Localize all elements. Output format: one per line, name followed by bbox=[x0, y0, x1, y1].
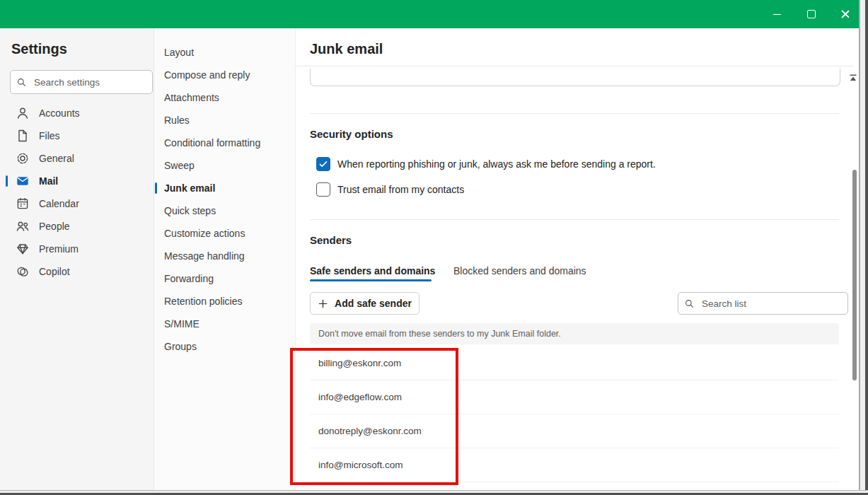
gear-icon bbox=[16, 151, 30, 165]
nav-item-compose-and-reply[interactable]: Compose and reply bbox=[154, 64, 296, 86]
checkbox-row-trust-contacts[interactable]: Trust email from my contacts bbox=[316, 182, 464, 197]
minimize-icon bbox=[773, 14, 781, 15]
sidebar-item-calendar[interactable]: Calendar bbox=[0, 192, 154, 215]
sidebar-item-label: Accounts bbox=[39, 107, 80, 119]
sidebar-item-label: Calendar bbox=[39, 198, 79, 209]
safe-sender-email: donotreply@eskonr.com bbox=[318, 426, 422, 436]
sidebar-item-copilot[interactable]: Copilot bbox=[0, 260, 154, 283]
scrollbar-thumb[interactable] bbox=[852, 170, 857, 380]
calendar-icon bbox=[16, 197, 30, 211]
scroll-to-top-button[interactable] bbox=[848, 74, 858, 83]
window-right-border bbox=[859, 0, 868, 495]
sidebar-item-people[interactable]: People bbox=[0, 215, 154, 238]
nav-item-junk-email[interactable]: Junk email bbox=[154, 177, 296, 199]
minimize-button[interactable] bbox=[765, 4, 789, 24]
add-safe-sender-button[interactable]: Add safe sender bbox=[310, 292, 419, 315]
selected-indicator bbox=[6, 175, 8, 187]
page-title: Junk email bbox=[310, 41, 383, 57]
scrolled-list-bottom bbox=[310, 69, 840, 86]
safe-sender-row[interactable]: info@microsoft.com bbox=[310, 448, 839, 482]
settings-search[interactable] bbox=[10, 70, 153, 94]
checkbox-unchecked-icon[interactable] bbox=[316, 182, 330, 197]
nav-item-groups[interactable]: Groups bbox=[154, 335, 296, 358]
nav-item-rules[interactable]: Rules bbox=[154, 109, 296, 132]
senders-heading: Senders bbox=[310, 234, 352, 246]
file-icon bbox=[16, 129, 30, 143]
checkbox-row-report-prompt[interactable]: When reporting phishing or junk, always … bbox=[316, 157, 656, 171]
titlebar bbox=[0, 0, 868, 28]
nav-item-layout[interactable]: Layout bbox=[154, 41, 296, 64]
sidebar-item-general[interactable]: General bbox=[0, 147, 154, 170]
add-safe-sender-label: Add safe sender bbox=[335, 298, 412, 309]
junk-email-panel: Junk email Security options When reporti… bbox=[295, 28, 859, 490]
mail-settings-nav: Layout Compose and reply Attachments Rul… bbox=[154, 28, 295, 490]
search-icon bbox=[16, 77, 27, 88]
outlook-settings-window: Settings Accounts Files General bbox=[0, 0, 868, 495]
active-tab-underline bbox=[310, 279, 432, 281]
people-icon bbox=[16, 219, 30, 233]
close-button[interactable] bbox=[833, 4, 857, 24]
safe-sender-email: billing@eskonr.com bbox=[318, 358, 401, 368]
settings-search-input[interactable] bbox=[33, 76, 146, 88]
copilot-icon bbox=[16, 264, 30, 279]
sidebar-item-files[interactable]: Files bbox=[0, 124, 154, 147]
search-list-box[interactable] bbox=[678, 292, 848, 315]
sidebar-item-label: General bbox=[39, 153, 74, 164]
safe-sender-row[interactable]: donotreply@eskonr.com bbox=[310, 414, 839, 448]
maximize-button[interactable] bbox=[799, 4, 823, 24]
sidebar-item-label: People bbox=[39, 221, 70, 232]
checkbox-label[interactable]: Trust email from my contacts bbox=[337, 182, 464, 197]
sidebar-item-accounts[interactable]: Accounts bbox=[0, 102, 154, 124]
sidebar-item-label: Premium bbox=[39, 243, 79, 255]
section-divider bbox=[310, 113, 839, 114]
checkbox-checked-icon[interactable] bbox=[316, 157, 330, 171]
nav-item-forwarding[interactable]: Forwarding bbox=[154, 267, 296, 290]
tab-safe-senders[interactable]: Safe senders and domains bbox=[310, 265, 435, 276]
nav-item-customize-actions[interactable]: Customize actions bbox=[154, 222, 296, 245]
sidebar-item-mail[interactable]: Mail bbox=[0, 170, 154, 192]
nav-item-attachments[interactable]: Attachments bbox=[154, 86, 296, 109]
window-bottom-border bbox=[0, 490, 868, 495]
checkbox-label[interactable]: When reporting phishing or junk, always … bbox=[337, 157, 656, 171]
security-options-heading: Security options bbox=[310, 128, 393, 140]
section-divider bbox=[310, 219, 839, 220]
tab-blocked-senders[interactable]: Blocked senders and domains bbox=[453, 265, 586, 276]
nav-item-smime[interactable]: S/MIME bbox=[154, 313, 296, 335]
diamond-icon bbox=[16, 242, 30, 256]
nav-item-quick-steps[interactable]: Quick steps bbox=[154, 199, 296, 222]
person-icon bbox=[16, 106, 30, 120]
sidebar-item-label: Files bbox=[39, 130, 60, 141]
safe-sender-row[interactable]: info@edgeflow.com bbox=[310, 380, 839, 414]
sidebar-item-label: Copilot bbox=[39, 266, 70, 277]
nav-item-message-handling[interactable]: Message handling bbox=[154, 245, 296, 267]
search-icon bbox=[684, 298, 695, 309]
sidebar-item-premium[interactable]: Premium bbox=[0, 238, 154, 260]
settings-title: Settings bbox=[11, 41, 67, 57]
header-divider bbox=[296, 66, 854, 66]
close-icon bbox=[841, 10, 850, 18]
settings-sidebar: Settings Accounts Files General bbox=[0, 28, 154, 490]
nav-item-conditional-formatting[interactable]: Conditional formatting bbox=[154, 132, 296, 154]
safe-senders-note: Don't move email from these senders to m… bbox=[310, 323, 839, 344]
plus-icon bbox=[318, 298, 328, 309]
safe-sender-email: info@microsoft.com bbox=[318, 460, 403, 470]
maximize-icon bbox=[807, 10, 816, 18]
safe-sender-email: info@edgeflow.com bbox=[318, 392, 402, 402]
mail-icon bbox=[16, 174, 30, 188]
sidebar-item-label: Mail bbox=[39, 175, 58, 187]
nav-item-retention-policies[interactable]: Retention policies bbox=[154, 290, 296, 313]
safe-sender-row[interactable]: billing@eskonr.com bbox=[310, 346, 839, 380]
search-list-input[interactable] bbox=[700, 298, 842, 310]
nav-item-sweep[interactable]: Sweep bbox=[154, 154, 296, 177]
selected-indicator bbox=[155, 182, 157, 194]
